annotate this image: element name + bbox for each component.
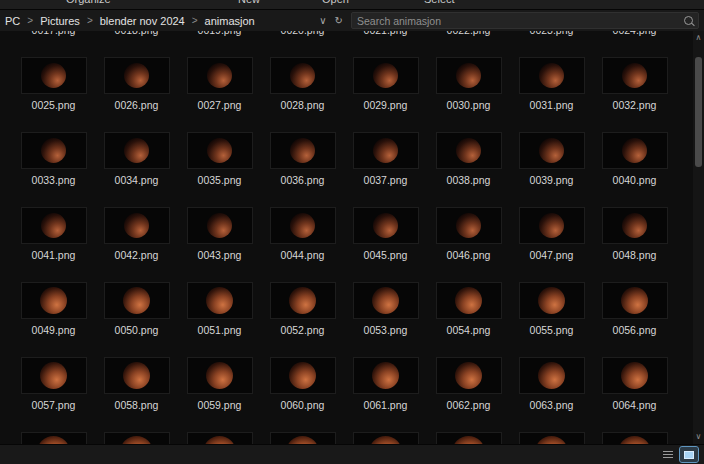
- planet-render-icon: [452, 436, 485, 444]
- file-item[interactable]: 0026.png: [95, 57, 178, 112]
- file-item[interactable]: 0021.png: [344, 31, 427, 37]
- file-item[interactable]: [178, 432, 261, 444]
- file-item[interactable]: 0064.png: [593, 357, 676, 412]
- file-item[interactable]: 0022.png: [427, 31, 510, 37]
- breadcrumb-animasjon[interactable]: animasjon: [205, 15, 255, 27]
- file-item[interactable]: [510, 432, 593, 444]
- file-name-label: 0052.png: [281, 324, 325, 337]
- file-thumbnail: [602, 207, 668, 244]
- file-item[interactable]: 0039.png: [510, 132, 593, 187]
- file-item[interactable]: [95, 432, 178, 444]
- file-item[interactable]: 0031.png: [510, 57, 593, 112]
- details-view-button[interactable]: [659, 447, 677, 462]
- file-item[interactable]: [593, 432, 676, 444]
- file-item[interactable]: [12, 432, 95, 444]
- planet-render-icon: [41, 138, 66, 163]
- file-thumbnail: [436, 57, 502, 94]
- breadcrumb-separator: >: [192, 15, 198, 26]
- file-item[interactable]: 0047.png: [510, 207, 593, 262]
- file-item[interactable]: 0050.png: [95, 282, 178, 337]
- file-name-label: 0059.png: [198, 399, 242, 412]
- file-item[interactable]: 0028.png: [261, 57, 344, 112]
- file-item[interactable]: 0042.png: [95, 207, 178, 262]
- file-item[interactable]: 0025.png: [12, 57, 95, 112]
- file-item[interactable]: 0037.png: [344, 132, 427, 187]
- scroll-up-icon[interactable]: ∧: [693, 33, 704, 43]
- planet-render-icon: [124, 138, 149, 163]
- file-item[interactable]: 0051.png: [178, 282, 261, 337]
- file-item[interactable]: 0043.png: [178, 207, 261, 262]
- file-item[interactable]: 0060.png: [261, 357, 344, 412]
- file-item[interactable]: 0053.png: [344, 282, 427, 337]
- file-item[interactable]: 0027.png: [178, 57, 261, 112]
- breadcrumb-pictures[interactable]: Pictures: [40, 15, 80, 27]
- file-item[interactable]: 0055.png: [510, 282, 593, 337]
- file-thumbnail: [602, 432, 668, 444]
- file-item[interactable]: 0036.png: [261, 132, 344, 187]
- file-item[interactable]: 0023.png: [510, 31, 593, 37]
- file-item[interactable]: 0049.png: [12, 282, 95, 337]
- file-item[interactable]: 0020.png: [261, 31, 344, 37]
- file-item[interactable]: 0024.png: [593, 31, 676, 37]
- planet-render-icon: [207, 138, 232, 163]
- file-thumbnail: [436, 132, 502, 169]
- file-item[interactable]: [344, 432, 427, 444]
- file-item[interactable]: [261, 432, 344, 444]
- breadcrumb-pc[interactable]: PC: [5, 15, 20, 27]
- file-item[interactable]: 0058.png: [95, 357, 178, 412]
- breadcrumb-blender-nov-2024[interactable]: blender nov 2024: [100, 15, 185, 27]
- file-item[interactable]: 0040.png: [593, 132, 676, 187]
- toolbar-organize-button[interactable]: Organize: [66, 0, 111, 5]
- file-item[interactable]: 0038.png: [427, 132, 510, 187]
- file-name-label: 0056.png: [613, 324, 657, 337]
- planet-render-icon: [621, 287, 648, 314]
- file-item[interactable]: 0052.png: [261, 282, 344, 337]
- file-item[interactable]: 0054.png: [427, 282, 510, 337]
- file-item[interactable]: 0035.png: [178, 132, 261, 187]
- file-name-label: 0036.png: [281, 174, 325, 187]
- file-item[interactable]: 0062.png: [427, 357, 510, 412]
- toolbar-new-button[interactable]: New: [238, 0, 260, 5]
- scroll-down-icon[interactable]: ∨: [693, 432, 704, 442]
- refresh-icon[interactable]: ↻: [331, 15, 347, 26]
- file-item[interactable]: 0044.png: [261, 207, 344, 262]
- file-name-label: 0033.png: [32, 174, 76, 187]
- file-item[interactable]: 0046.png: [427, 207, 510, 262]
- file-name-label: 0037.png: [364, 174, 408, 187]
- file-name-label: 0054.png: [447, 324, 491, 337]
- scrollbar-thumb[interactable]: [695, 57, 702, 167]
- file-item[interactable]: 0057.png: [12, 357, 95, 412]
- search-input[interactable]: [357, 15, 680, 27]
- file-name-label: 0040.png: [613, 174, 657, 187]
- file-name-label: 0032.png: [613, 99, 657, 112]
- file-item[interactable]: 0048.png: [593, 207, 676, 262]
- thumbnails-view-button[interactable]: [680, 447, 698, 462]
- file-item[interactable]: 0056.png: [593, 282, 676, 337]
- file-item[interactable]: [427, 432, 510, 444]
- file-item[interactable]: 0045.png: [344, 207, 427, 262]
- file-thumbnail: [21, 207, 87, 244]
- file-item[interactable]: 0017.png: [12, 31, 95, 37]
- planet-render-icon: [372, 362, 399, 389]
- search-box[interactable]: [351, 12, 699, 29]
- file-item[interactable]: 0032.png: [593, 57, 676, 112]
- search-icon[interactable]: [684, 16, 693, 25]
- file-item[interactable]: 0041.png: [12, 207, 95, 262]
- address-bar: PC > Pictures > blender nov 2024 > anima…: [0, 10, 704, 31]
- file-thumbnail: [602, 282, 668, 319]
- file-item[interactable]: 0019.png: [178, 31, 261, 37]
- toolbar-open-button[interactable]: Open: [322, 0, 349, 5]
- file-name-label: 0042.png: [115, 249, 159, 262]
- file-item[interactable]: 0061.png: [344, 357, 427, 412]
- file-item[interactable]: 0030.png: [427, 57, 510, 112]
- file-item[interactable]: 0033.png: [12, 132, 95, 187]
- file-item[interactable]: 0063.png: [510, 357, 593, 412]
- toolbar-select-button[interactable]: Select: [424, 0, 455, 5]
- scrollbar[interactable]: ∧ ∨: [693, 31, 704, 444]
- file-item[interactable]: 0029.png: [344, 57, 427, 112]
- file-item[interactable]: 0018.png: [95, 31, 178, 37]
- file-item[interactable]: 0034.png: [95, 132, 178, 187]
- file-name-label: 0055.png: [530, 324, 574, 337]
- file-item[interactable]: 0059.png: [178, 357, 261, 412]
- address-dropdown-icon[interactable]: ∨: [315, 15, 330, 26]
